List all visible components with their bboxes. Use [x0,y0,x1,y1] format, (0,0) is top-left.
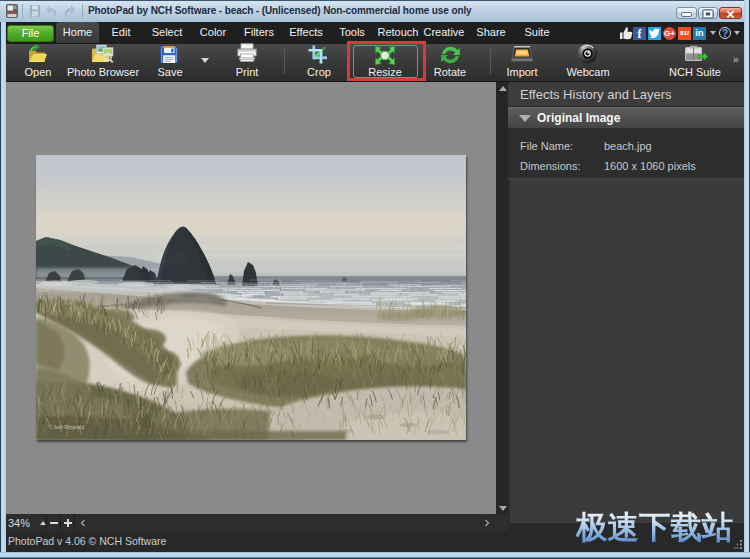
svg-text:© Josh Fitzgerald: © Josh Fitzgerald [49,424,85,430]
